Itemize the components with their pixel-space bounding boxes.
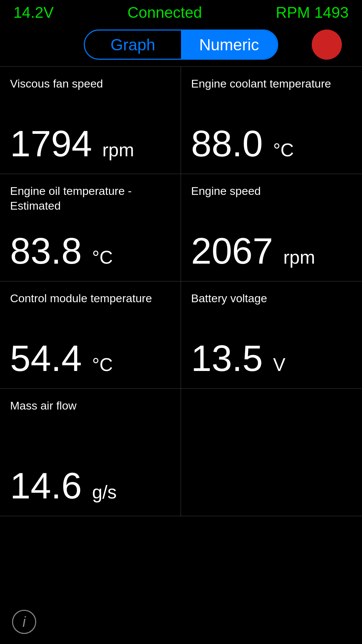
view-toggle[interactable]: Graph Numeric — [84, 30, 278, 60]
cell-value: 2067 rpm — [191, 230, 352, 271]
status-rpm: RPM 1493 — [276, 3, 349, 21]
cell-value: 14.6 g/s — [10, 465, 171, 506]
status-connected: Connected — [127, 3, 202, 21]
cell-value: 54.4 °C — [10, 338, 171, 378]
info-button[interactable]: i — [12, 610, 36, 634]
cell-value: 88.0 °C — [191, 123, 352, 164]
data-cell: Viscous fan speed 1794 rpm — [0, 67, 181, 174]
cell-label: Mass air flow — [10, 398, 171, 413]
cell-label: Viscous fan speed — [10, 76, 171, 91]
record-button[interactable] — [312, 30, 342, 60]
cell-unit: °C — [273, 140, 294, 160]
data-cell: Engine oil temperature - Estimated 83.8 … — [0, 174, 181, 281]
toggle-graph-label: Graph — [111, 36, 155, 54]
cell-unit: rpm — [102, 140, 134, 160]
cell-label: Control module temperature — [10, 291, 171, 306]
cell-unit: °C — [92, 247, 113, 268]
cell-label: Battery voltage — [191, 291, 352, 306]
toggle-graph-button[interactable]: Graph — [85, 31, 181, 59]
toggle-bar: Graph Numeric — [0, 23, 362, 66]
toggle-numeric-label: Numeric — [199, 36, 259, 54]
cell-unit: rpm — [283, 247, 315, 268]
cell-value: 83.8 °C — [10, 230, 171, 271]
data-cell: Control module temperature 54.4 °C — [0, 281, 181, 389]
data-cell: Mass air flow 14.6 g/s — [0, 389, 181, 516]
cell-unit: g/s — [92, 482, 117, 502]
data-grid: Viscous fan speed 1794 rpm Engine coolan… — [0, 66, 362, 516]
data-cell: Engine coolant temperature 88.0 °C — [181, 67, 362, 174]
data-cell — [181, 389, 362, 516]
info-icon: i — [22, 614, 26, 629]
cell-value: 1794 rpm — [10, 123, 171, 164]
cell-label: Engine coolant temperature — [191, 76, 352, 91]
cell-unit: V — [273, 354, 286, 375]
cell-value: 13.5 V — [191, 338, 352, 378]
cell-label: Engine oil temperature - Estimated — [10, 183, 171, 213]
status-bar: 14.2V Connected RPM 1493 — [0, 0, 362, 23]
data-cell: Battery voltage 13.5 V — [181, 281, 362, 389]
toggle-numeric-button[interactable]: Numeric — [181, 31, 277, 59]
data-cell: Engine speed 2067 rpm — [181, 174, 362, 281]
cell-unit: °C — [92, 354, 113, 375]
cell-label: Engine speed — [191, 183, 352, 198]
status-voltage: 14.2V — [13, 3, 54, 21]
